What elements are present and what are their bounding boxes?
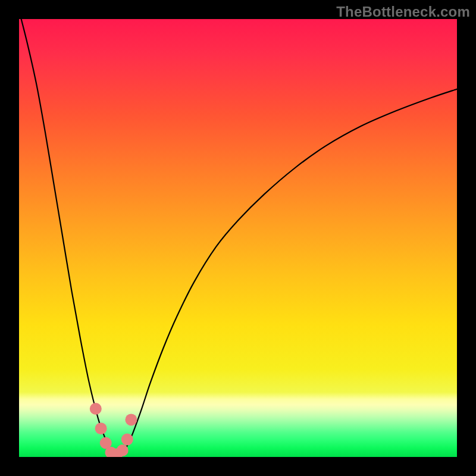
bottleneck-curve — [21, 19, 457, 456]
curve-path-group — [21, 19, 457, 456]
min-marker — [95, 422, 107, 434]
curve-svg — [19, 19, 457, 457]
plot-area — [19, 19, 457, 457]
min-marker — [125, 414, 137, 425]
outer-frame: TheBottleneck.com — [0, 0, 476, 476]
min-marker — [121, 434, 133, 446]
min-marker — [90, 403, 102, 415]
min-marker — [117, 444, 129, 456]
min-markers — [90, 403, 137, 457]
watermark-text: TheBottleneck.com — [336, 4, 470, 20]
